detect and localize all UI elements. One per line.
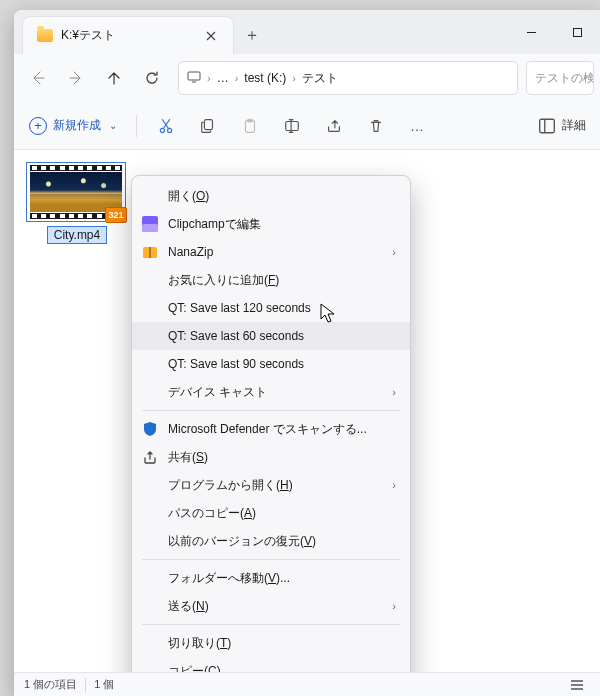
player-badge: 321 (105, 207, 127, 223)
details-icon (538, 117, 556, 135)
context-menu: 開く(O) Clipchampで編集 NanaZip› お気に入りに追加(F) … (131, 175, 411, 696)
refresh-button[interactable] (134, 60, 170, 96)
menu-qt-90[interactable]: QT: Save last 90 seconds (132, 350, 410, 378)
menu-move-to[interactable]: フォルダーへ移動(V)... (132, 564, 410, 592)
svg-point-3 (168, 128, 172, 132)
chevron-right-icon: › (235, 72, 239, 84)
chevron-right-icon: › (207, 72, 211, 84)
plus-circle-icon: + (29, 117, 47, 135)
chevron-right-icon: › (392, 246, 396, 258)
maximize-button[interactable] (554, 10, 600, 54)
svg-rect-4 (204, 119, 212, 129)
status-item-count: 1 個の項目 (24, 677, 77, 692)
menu-restore-versions[interactable]: 以前のバージョンの復元(V) (132, 527, 410, 555)
separator (142, 410, 400, 411)
delete-button[interactable] (357, 109, 395, 143)
chevron-right-icon: › (392, 479, 396, 491)
video-thumbnail: 321 (26, 162, 126, 222)
chevron-right-icon: › (292, 72, 296, 84)
menu-share[interactable]: 共有(S) (132, 443, 410, 471)
file-name[interactable]: City.mp4 (47, 226, 107, 244)
svg-rect-0 (573, 28, 581, 36)
clipchamp-icon (140, 214, 160, 234)
separator (142, 559, 400, 560)
menu-copy-path[interactable]: パスのコピー(A) (132, 499, 410, 527)
chevron-right-icon: › (392, 386, 396, 398)
menu-clipchamp[interactable]: Clipchampで編集 (132, 210, 410, 238)
tab-title: K:¥テスト (61, 27, 191, 44)
rename-button[interactable] (273, 109, 311, 143)
minimize-button[interactable] (508, 10, 554, 54)
folder-icon (37, 29, 53, 42)
more-button[interactable]: … (399, 109, 437, 143)
menu-qt-60[interactable]: QT: Save last 60 seconds (132, 322, 410, 350)
pc-icon (187, 70, 201, 87)
new-button[interactable]: + 新規作成 ⌄ (22, 109, 126, 143)
forward-button[interactable] (58, 60, 94, 96)
svg-point-2 (160, 128, 164, 132)
menu-open-with[interactable]: プログラムから開く(H)› (132, 471, 410, 499)
separator (136, 115, 137, 137)
menu-cut[interactable]: 切り取り(T) (132, 629, 410, 657)
svg-rect-8 (540, 119, 555, 133)
paste-button[interactable] (231, 109, 269, 143)
nanazip-icon (140, 242, 160, 262)
status-selected-count: 1 個 (94, 677, 114, 692)
address-bar[interactable]: › … › test (K:) › テスト (178, 61, 518, 95)
new-label: 新規作成 (53, 117, 101, 134)
menu-defender[interactable]: Microsoft Defender でスキャンする... (132, 415, 410, 443)
menu-cast[interactable]: デバイス キャスト› (132, 378, 410, 406)
shield-icon (140, 419, 160, 439)
separator (85, 678, 86, 692)
tab-close-button[interactable] (199, 24, 223, 48)
share-icon (140, 447, 160, 467)
menu-nanazip[interactable]: NanaZip› (132, 238, 410, 266)
chevron-right-icon: › (392, 600, 396, 612)
search-input[interactable]: テストの検 (526, 61, 594, 95)
tab-active[interactable]: K:¥テスト (22, 16, 234, 54)
menu-qt-120[interactable]: QT: Save last 120 seconds (132, 294, 410, 322)
details-label: 詳細 (562, 117, 586, 134)
share-button[interactable] (315, 109, 353, 143)
menu-favorite[interactable]: お気に入りに追加(F) (132, 266, 410, 294)
back-button[interactable] (20, 60, 56, 96)
copy-button[interactable] (189, 109, 227, 143)
breadcrumb-overflow[interactable]: … (217, 71, 229, 85)
titlebar: K:¥テスト ＋ (14, 10, 600, 54)
cut-button[interactable] (147, 109, 185, 143)
chevron-down-icon: ⌄ (109, 120, 117, 131)
breadcrumb[interactable]: test (K:) (244, 71, 286, 85)
list-view-button[interactable] (564, 676, 590, 694)
details-view-button[interactable]: 詳細 (532, 109, 592, 143)
svg-rect-10 (142, 224, 158, 232)
breadcrumb[interactable]: テスト (302, 70, 338, 87)
separator (142, 624, 400, 625)
status-bar: 1 個の項目 1 個 (14, 672, 600, 696)
new-tab-button[interactable]: ＋ (234, 16, 270, 54)
file-item[interactable]: 321 City.mp4 (26, 162, 128, 244)
command-toolbar: + 新規作成 ⌄ … 詳細 (14, 102, 600, 150)
svg-rect-7 (286, 121, 299, 130)
menu-send-to[interactable]: 送る(N)› (132, 592, 410, 620)
svg-rect-12 (149, 247, 151, 258)
svg-rect-1 (188, 72, 200, 80)
menu-open[interactable]: 開く(O) (132, 182, 410, 210)
up-button[interactable] (96, 60, 132, 96)
nav-toolbar: › … › test (K:) › テスト テストの検 (14, 54, 600, 102)
